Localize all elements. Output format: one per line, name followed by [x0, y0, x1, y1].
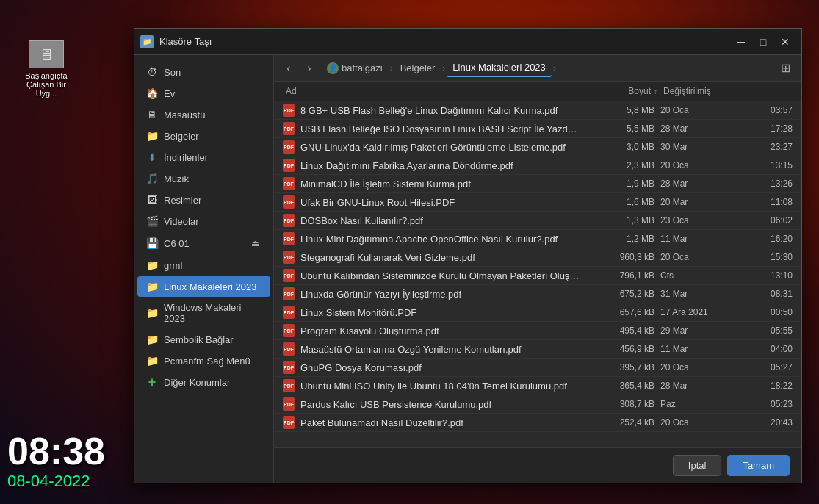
titlebar-title: Klasöre Taşı: [159, 36, 725, 47]
col-header-name[interactable]: Ad: [283, 84, 580, 98]
sidebar-item-videolar[interactable]: 🎬 Videolar: [137, 211, 270, 231]
sidebar-item-muzik[interactable]: 🎵 Müzik: [137, 168, 270, 189]
table-row[interactable]: PDF Linux Mint Dağıtımına Apache OpenOff…: [274, 230, 801, 248]
cancel-button[interactable]: İptal: [673, 455, 722, 476]
table-row[interactable]: PDF Ufak Bir GNU-Linux Root Hilesi.PDF 1…: [274, 193, 801, 212]
table-row[interactable]: PDF MinimalCD İle İşletim Sistemi Kurma.…: [274, 175, 801, 193]
table-row[interactable]: PDF Linux Dağıtımını Fabrika Ayarlarına …: [274, 156, 801, 175]
sidebar-item-belgeler[interactable]: 📁 Belgeler: [137, 126, 270, 146]
sidebar-item-pcmanfm[interactable]: 📁 Pcmanfm Sağ Menü: [137, 350, 270, 371]
desktop-icon[interactable]: 🖥 Başlangıçta Çalışan Bir Uyg...: [21, 40, 72, 98]
file-size: 395,7 kB: [580, 362, 660, 372]
sidebar-label-videolar: Videolar: [164, 216, 198, 227]
breadcrumb-belgeler[interactable]: Belgeler: [394, 60, 441, 76]
sidebar-item-ev[interactable]: 🏠 Ev: [137, 83, 270, 104]
clock-time: 08:38: [7, 432, 105, 470]
file-size: 5,5 MB: [580, 123, 660, 134]
close-button[interactable]: ✕: [775, 33, 795, 51]
file-time: 11:08: [748, 197, 793, 207]
table-row[interactable]: PDF USB Flash Belleğe ISO Dosyasının Lin…: [274, 120, 801, 138]
sidebar-item-indirilenler[interactable]: ⬇ İndirilenler: [137, 147, 270, 168]
file-time: 03:57: [748, 105, 793, 115]
sidebar-label-belgeler: Belgeler: [164, 131, 199, 142]
file-size: 1,3 MB: [580, 215, 660, 226]
table-row[interactable]: PDF GNU-Linux'da Kaldırılmış Paketleri G…: [274, 138, 801, 156]
home-icon: 🏠: [146, 87, 158, 99]
new-folder-button[interactable]: ⊞: [775, 58, 795, 79]
col-header-size[interactable]: Boyut ↑: [580, 84, 660, 98]
table-row[interactable]: PDF Ubuntu Kalıbından Sisteminizde Kurul…: [274, 267, 801, 285]
file-date: 20 Oca: [660, 417, 748, 428]
col-header-time[interactable]: [748, 84, 793, 98]
sidebar-item-diger-konumlar[interactable]: + Diğer Konumlar: [137, 372, 270, 392]
file-name-text: MinimalCD İle İşletim Sistemi Kurma.pdf: [300, 179, 471, 190]
file-date: 30 Mar: [660, 142, 748, 152]
file-name: PDF Ufak Bir GNU-Linux Root Hilesi.PDF: [283, 195, 580, 209]
sidebar-label-windows-makaleleri: Windows Makaleri 2023: [164, 302, 261, 324]
window-content: ⏱ Son 🏠 Ev 🖥 Masaüstü 📁 Belgeler ⬇ İndir…: [134, 55, 801, 483]
sidebar-item-resimler[interactable]: 🖼 Resimler: [137, 190, 270, 210]
table-row[interactable]: PDF DOSBox Nasıl Kullanılır?.pdf 1,3 MB …: [274, 212, 801, 230]
klasore-tasi-window: 📁 Klasöre Taşı ─ □ ✕ ⏱ Son 🏠 Ev 🖥 Ma: [134, 28, 802, 483]
sidebar-item-masaustu[interactable]: 🖥 Masaüstü: [137, 104, 270, 125]
file-time: 18:22: [748, 381, 793, 391]
file-date: 28 Mar: [660, 381, 748, 391]
file-date: 20 Oca: [660, 362, 748, 372]
table-row[interactable]: PDF Pardus Kalıcı USB Persistence Kurulu…: [274, 395, 801, 414]
breadcrumb-belgeler-label: Belgeler: [400, 62, 436, 73]
sidebar-item-windows-makaleleri[interactable]: 📁 Windows Makaleri 2023: [137, 298, 270, 328]
breadcrumb-user[interactable]: 👤 battalgazi: [321, 60, 389, 77]
file-name: PDF Ubuntu Kalıbından Sisteminizde Kurul…: [283, 269, 580, 282]
file-date: 28 Mar: [660, 179, 748, 189]
table-row[interactable]: PDF Paket Bulunamadı Nasıl Düzeltilir?.p…: [274, 414, 801, 432]
file-name-text: 8 GB+ USB Flash Belleğ'e Linux Dağıtımın…: [300, 105, 558, 116]
folder-icon-windows: 📁: [146, 307, 158, 319]
file-size: 456,9 kB: [580, 344, 660, 354]
sidebar-label-muzik: Müzik: [164, 173, 189, 184]
file-size: 5,8 MB: [580, 105, 660, 115]
confirm-button[interactable]: Tamam: [727, 455, 790, 476]
table-row[interactable]: PDF Linux Sistem Monitörü.PDF 657,6 kB 1…: [274, 303, 801, 322]
back-button[interactable]: ‹: [280, 60, 297, 77]
breadcrumb-sep-1: ›: [390, 63, 393, 73]
file-date: 29 Mar: [660, 325, 748, 336]
file-name: PDF GNU-Linux'da Kaldırılmış Paketleri G…: [283, 140, 580, 154]
col-header-modified[interactable]: Değiştirilmiş: [660, 84, 748, 98]
table-row[interactable]: PDF Steganografi Kullanarak Veri Gizleme…: [274, 248, 801, 267]
breadcrumb-sep-3: ›: [553, 63, 556, 73]
table-row[interactable]: PDF Masaüstü Ortamlarına Özgü Yenileme K…: [274, 340, 801, 359]
file-time: 16:20: [748, 234, 793, 244]
table-row[interactable]: PDF Ubuntu Mini ISO Unity ile Ubuntu 18.…: [274, 377, 801, 395]
file-time: 17:28: [748, 123, 793, 134]
sidebar-item-son[interactable]: ⏱ Son: [137, 62, 270, 82]
table-row[interactable]: PDF 8 GB+ USB Flash Belleğ'e Linux Dağıt…: [274, 101, 801, 120]
table-row[interactable]: PDF Linuxda Görünür Yazıyı İyileştirme.p…: [274, 285, 801, 303]
file-name-text: Steganografi Kullanarak Veri Gizleme.pdf: [300, 252, 475, 263]
music-icon: 🎵: [146, 173, 158, 184]
sidebar-item-sembolik-baglar[interactable]: 📁 Sembolik Bağlar: [137, 329, 270, 350]
file-size: 252,4 kB: [580, 417, 660, 428]
file-time: 23:27: [748, 142, 793, 152]
file-name-text: Paket Bulunamadı Nasıl Düzeltilir?.pdf: [300, 417, 463, 428]
breadcrumb-current[interactable]: Linux Makaleleri 2023: [447, 59, 551, 77]
maximize-button[interactable]: □: [753, 33, 773, 51]
sidebar-item-linux-makaleleri[interactable]: 📁 Linux Makaleleri 2023: [137, 276, 270, 297]
eject-button[interactable]: ⏏: [248, 237, 261, 250]
desktop-icon-label: Başlangıçta Çalışan Bir Uyg...: [21, 71, 72, 98]
table-row[interactable]: PDF GnuPG Dosya Koruması.pdf 395,7 kB 20…: [274, 359, 801, 377]
file-time: 13:10: [748, 270, 793, 281]
other-locations-icon: +: [146, 376, 158, 388]
pdf-icon: PDF: [283, 361, 295, 374]
sidebar-label-sembolik-baglar: Sembolik Bağlar: [164, 334, 234, 345]
file-time: 05:27: [748, 362, 793, 372]
forward-button[interactable]: ›: [300, 60, 318, 77]
titlebar: 📁 Klasöre Taşı ─ □ ✕: [134, 29, 801, 55]
sidebar-label-pcmanfm: Pcmanfm Sağ Menü: [164, 356, 250, 367]
file-date: 20 Oca: [660, 105, 748, 115]
table-row[interactable]: PDF Program Kısayolu Oluşturma.pdf 495,4…: [274, 322, 801, 340]
sidebar-item-c601[interactable]: 💾 C6 01 ⏏: [137, 232, 270, 254]
sidebar: ⏱ Son 🏠 Ev 🖥 Masaüstü 📁 Belgeler ⬇ İndir…: [134, 55, 274, 483]
sidebar-item-grml[interactable]: 📁 grml: [137, 255, 270, 276]
main-panel: ‹ › 👤 battalgazi › Belgeler › Linux Maka…: [274, 55, 801, 483]
minimize-button[interactable]: ─: [731, 33, 751, 51]
